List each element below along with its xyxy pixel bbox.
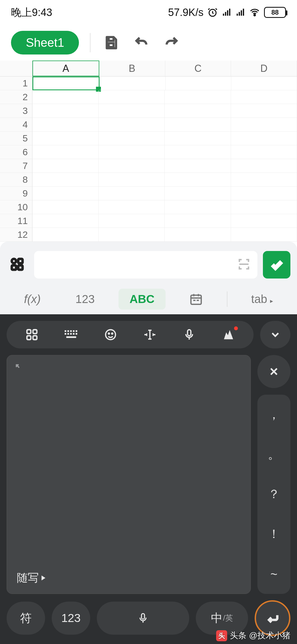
row-header[interactable]: 6 (0, 145, 32, 159)
cell[interactable] (32, 90, 99, 104)
cell[interactable] (165, 173, 231, 187)
cell[interactable] (99, 187, 165, 200)
ime-keyboard-icon[interactable] (64, 327, 79, 342)
confirm-button[interactable] (263, 251, 290, 279)
cell[interactable] (231, 173, 297, 187)
cell[interactable] (99, 200, 165, 214)
cell[interactable] (99, 173, 165, 187)
row-header[interactable]: 5 (0, 132, 32, 145)
row-header[interactable]: 1 (0, 77, 32, 90)
sheet-tab[interactable]: Sheet1 (11, 31, 79, 54)
mode-date-icon[interactable] (178, 288, 214, 310)
cell[interactable] (165, 104, 231, 118)
cell[interactable] (32, 228, 99, 242)
row-header[interactable]: 2 (0, 90, 32, 104)
cell[interactable] (32, 187, 99, 200)
cell[interactable] (100, 77, 165, 90)
mode-fx[interactable]: f(x) (13, 289, 52, 310)
cell[interactable] (231, 90, 297, 104)
cell[interactable] (32, 200, 99, 214)
ime-apps-icon[interactable] (24, 327, 40, 342)
punct-key[interactable]: ？ (257, 474, 290, 514)
spreadsheet[interactable]: A B C D 1 2 3 4 5 6 7 8 9 10 11 12 (0, 61, 297, 242)
save-icon[interactable] (101, 33, 121, 52)
cell[interactable] (99, 159, 165, 173)
handwriting-mode-label[interactable]: 随写 (17, 570, 45, 585)
ime-collapse-button[interactable] (260, 321, 290, 348)
cell[interactable] (99, 90, 165, 104)
handwriting-area[interactable]: 随写 (7, 355, 251, 594)
select-all-corner[interactable] (0, 61, 32, 76)
cell[interactable] (99, 214, 165, 228)
cell[interactable] (165, 159, 231, 173)
cell[interactable] (231, 187, 297, 200)
column-header-B[interactable]: B (99, 61, 165, 76)
redo-icon[interactable] (162, 33, 181, 52)
cell[interactable] (165, 214, 231, 228)
row-header[interactable]: 10 (0, 200, 32, 214)
cell[interactable] (165, 200, 231, 214)
cell[interactable] (231, 104, 297, 118)
cell[interactable] (32, 214, 99, 228)
cell[interactable] (32, 173, 99, 187)
column-header-A[interactable]: A (32, 61, 99, 76)
row-header[interactable]: 12 (0, 228, 32, 242)
cell[interactable] (32, 104, 99, 118)
row-header[interactable]: 4 (0, 118, 32, 132)
punct-key[interactable]: ， (257, 395, 290, 435)
cell[interactable] (231, 145, 297, 159)
cell[interactable] (231, 132, 297, 145)
space-key[interactable] (97, 602, 189, 635)
punct-key[interactable]: ！ (257, 514, 290, 554)
cell[interactable] (165, 90, 231, 104)
cell[interactable] (32, 118, 99, 132)
cell[interactable] (231, 200, 297, 214)
svg-point-24 (108, 333, 109, 334)
column-header-D[interactable]: D (231, 61, 297, 76)
punct-key[interactable]: ~ (257, 554, 290, 594)
cell[interactable] (231, 159, 297, 173)
symbol-key[interactable]: 符 (7, 602, 45, 635)
cell[interactable] (165, 187, 231, 200)
ime-mic-icon[interactable] (182, 327, 197, 342)
cell[interactable] (99, 104, 165, 118)
numeric-key[interactable]: 123 (52, 602, 90, 635)
mode-tab[interactable]: tab▸ (240, 289, 284, 310)
cell[interactable] (99, 132, 165, 145)
row-header[interactable]: 11 (0, 214, 32, 228)
undo-icon[interactable] (132, 33, 151, 52)
punct-key[interactable]: 。 (257, 435, 290, 474)
formula-input[interactable] (34, 251, 257, 279)
cell[interactable] (231, 77, 297, 90)
cell[interactable] (99, 228, 165, 242)
cell[interactable] (32, 145, 99, 159)
cell[interactable] (32, 132, 99, 145)
row-header[interactable]: 8 (0, 173, 32, 187)
scan-icon[interactable] (237, 257, 251, 272)
row-header[interactable]: 7 (0, 159, 32, 173)
ime-emoji-icon[interactable] (103, 327, 118, 342)
cell[interactable] (166, 77, 231, 90)
cell[interactable] (231, 118, 297, 132)
language-toggle-key[interactable]: 中/英 (196, 602, 248, 635)
row-header[interactable]: 3 (0, 104, 32, 118)
cell[interactable] (165, 145, 231, 159)
cell[interactable] (231, 228, 297, 242)
cell[interactable] (99, 118, 165, 132)
ime-theme-icon[interactable] (221, 327, 236, 342)
apps-icon[interactable] (7, 254, 29, 276)
cell[interactable] (32, 159, 99, 173)
mode-123[interactable]: 123 (64, 289, 106, 310)
cell-A1[interactable] (32, 77, 100, 90)
cell[interactable] (165, 118, 231, 132)
expand-icon[interactable] (15, 363, 26, 375)
cell[interactable] (165, 132, 231, 145)
row-header[interactable]: 9 (0, 187, 32, 200)
mode-abc[interactable]: ABC (119, 289, 166, 310)
cell[interactable] (165, 228, 231, 242)
cell[interactable] (99, 145, 165, 159)
ime-backspace-button[interactable] (257, 355, 290, 388)
ime-cursor-icon[interactable] (142, 327, 158, 342)
cell[interactable] (231, 214, 297, 228)
column-header-C[interactable]: C (165, 61, 231, 76)
